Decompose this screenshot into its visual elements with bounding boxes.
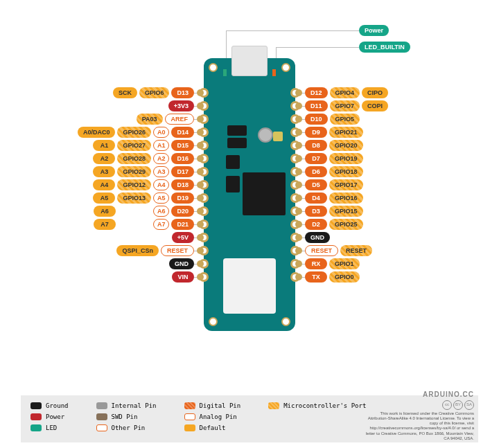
legend-swatch (184, 424, 195, 431)
legend: GroundPowerLED Internal PinSWD PinOther … (21, 395, 478, 442)
usb-connector (231, 46, 268, 76)
pin-label-gnd: GND (169, 258, 194, 269)
pin-row: D13GPIO6SCK (113, 87, 194, 98)
pin-label-a2: A2 (93, 153, 115, 164)
pin-row: RESETRESET (305, 245, 372, 256)
pin-label-qspi-csn: QSPI_CSn (116, 245, 159, 256)
pin-label-gpio4: GPIO4 (330, 87, 360, 98)
pin-label-d12: D12 (305, 87, 328, 98)
pin-row: D10GPIO5 (305, 114, 360, 125)
pin-label-d21: D21 (171, 219, 194, 230)
pin-label-d3: D3 (305, 206, 327, 217)
pin-label-reset: RESET (305, 245, 338, 256)
pin-row: D6GPIO18 (305, 166, 363, 177)
pin-label-d4: D4 (305, 192, 327, 204)
pin-label-reset: RESET (340, 245, 372, 256)
antenna-module (223, 258, 276, 314)
pin-row: D9GPIO21 (305, 127, 363, 138)
pin-row: D15A1GPIO27A1 (93, 140, 194, 151)
pin-label-gpio6: GPIO6 (139, 87, 170, 98)
pin-label-gpio28: GPIO28 (117, 153, 151, 164)
pin-label-gpio7: GPIO7 (330, 100, 360, 111)
legend-label: SWD Pin (112, 413, 138, 420)
pin-label-a4: A4 (93, 179, 115, 190)
legend-label: Analog Pin (200, 413, 237, 420)
pin-label-a3: A3 (93, 166, 115, 177)
pin-label-d18: D18 (171, 179, 194, 190)
pin-label-a0-dac0: A0/DAC0 (78, 127, 116, 138)
pin-label-d2: D2 (305, 219, 327, 230)
legend-item-analog-pin: Analog Pin (184, 413, 241, 420)
main-chip (243, 172, 286, 215)
pin-row: RXGPIO1 (305, 258, 360, 269)
pin-label-a7: A7 (94, 219, 116, 230)
pin-label-gpio13: GPIO13 (117, 192, 151, 204)
pin-label-gpio17: GPIO17 (329, 179, 363, 190)
pin-label-d5: D5 (305, 179, 327, 190)
pin-label-a0: A0 (153, 127, 170, 138)
legend-item-ground: Ground (30, 402, 69, 409)
pin-row: D14A0GPIO26A0/DAC0 (78, 127, 194, 138)
label-led-builtin: LED_BUILTIN (359, 42, 410, 53)
pin-label-a5: A5 (153, 192, 170, 204)
pin-row: D4GPIO16 (305, 192, 363, 204)
pin-label--5v: +5V (172, 232, 194, 243)
pin-row: +5V (172, 232, 194, 243)
cc-badges: ccBYSA (363, 400, 474, 410)
pin-row: VIN (172, 271, 194, 283)
pin-label-reset: RESET (161, 245, 194, 256)
legend-swatch (96, 424, 107, 431)
legend-swatch (184, 413, 195, 420)
pin-label-gpio18: GPIO18 (329, 166, 363, 177)
legend-item-digital-pin: Digital Pin (184, 402, 241, 409)
pin-row: TXGPIO0 (305, 271, 360, 283)
pin-label-d19: D19 (171, 192, 194, 204)
legend-item-power: Power (30, 413, 69, 420)
pin-label-pa03: PA03 (137, 114, 163, 125)
legend-item-swd-pin: SWD Pin (96, 413, 157, 420)
pin-row: D19A5GPIO13A5 (93, 192, 194, 204)
legend-label: Microcontroller's Port (283, 402, 366, 409)
pin-label-gpio19: GPIO19 (329, 153, 363, 164)
pin-row: D2GPIO25 (305, 219, 363, 230)
pin-label-gpio20: GPIO20 (329, 140, 363, 151)
pin-label-aref: AREF (165, 114, 195, 125)
pin-label-d17: D17 (171, 166, 194, 177)
pin-row: D18A4GPIO12A4 (93, 179, 194, 190)
label-power: Power (359, 25, 389, 36)
pin-row: D21A7A7 (94, 219, 194, 230)
pin-row: D20A6A6 (94, 206, 194, 217)
pin-label-d6: D6 (305, 166, 327, 177)
branding: ARDUINO.CC ccBYSA This work is licensed … (363, 391, 474, 441)
legend-swatch (30, 413, 42, 420)
legend-swatch (96, 402, 107, 409)
pin-label-gpio16: GPIO16 (329, 192, 363, 204)
pin-row: D16A2GPIO28A2 (93, 153, 194, 164)
reset-button (273, 132, 283, 141)
pin-row: D7GPIO19 (305, 153, 363, 164)
legend-label: LED (46, 424, 57, 431)
pin-label-tx: TX (305, 271, 327, 283)
pin-row: RESETQSPI_CSn (116, 245, 194, 256)
legend-swatch (268, 402, 279, 409)
pin-row: D12GPIO4CIPO (305, 87, 388, 98)
legend-label: Internal Pin (112, 402, 157, 409)
pin-label-cipo: CIPO (362, 87, 388, 98)
pin-row: D5GPIO17 (305, 179, 363, 190)
legend-item-internal-pin: Internal Pin (96, 402, 157, 409)
pin-label-rx: RX (305, 258, 327, 269)
pin-label-d20: D20 (171, 206, 194, 217)
pin-label-a7: A7 (153, 219, 170, 230)
builtin-led (272, 69, 276, 76)
legend-label: Default (200, 424, 226, 431)
pin-label-copi: COPI (362, 100, 388, 111)
pin-label-gpio0: GPIO0 (329, 271, 360, 283)
pin-row: D11GPIO7COPI (305, 100, 388, 111)
legend-item-other-pin: Other Pin (96, 424, 157, 431)
legend-item-default: Default (184, 424, 241, 431)
pin-label-a5: A5 (93, 192, 115, 204)
pin-row: GND (305, 232, 330, 243)
pin-row: D8GPIO20 (305, 140, 363, 151)
legend-swatch (96, 413, 107, 420)
pin-label-d14: D14 (171, 127, 194, 138)
